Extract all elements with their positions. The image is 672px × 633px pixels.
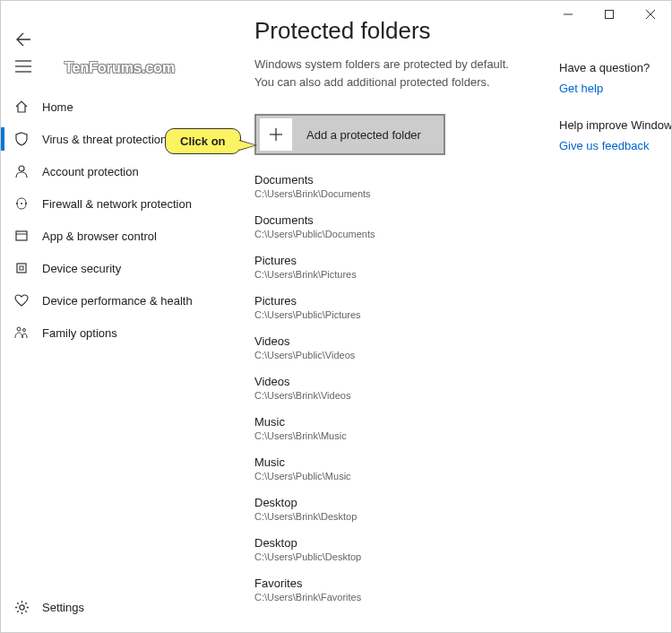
svg-point-9 [21, 203, 22, 204]
menu-button[interactable] [15, 60, 31, 76]
menu-icon [15, 60, 31, 73]
svg-point-7 [19, 166, 24, 171]
question-heading: Have a question? [559, 61, 671, 74]
sidebar-item-device-security[interactable]: Device security [1, 252, 245, 284]
sidebar-item-home[interactable]: Home [1, 91, 245, 123]
improve-heading: Help improve Windows Security [559, 118, 671, 132]
folder-path: C:\Users\Brink\Documents [254, 188, 523, 199]
plus-icon [260, 118, 292, 151]
folder-name: Music [254, 415, 523, 429]
folder-path: C:\Users\Public\Desktop [254, 551, 523, 562]
list-item[interactable]: FavoritesC:\Users\Brink\Favorites [254, 577, 523, 603]
folder-path: C:\Users\Public\Pictures [254, 309, 523, 320]
list-item[interactable]: VideosC:\Users\Public\Videos [254, 334, 523, 360]
folder-name: Videos [254, 334, 523, 348]
sidebar-item-performance[interactable]: Device performance & health [1, 284, 245, 316]
list-item[interactable]: PicturesC:\Users\Public\Pictures [254, 294, 523, 320]
list-item[interactable]: DesktopC:\Users\Brink\Desktop [254, 496, 523, 522]
list-item[interactable]: DesktopC:\Users\Public\Desktop [254, 536, 523, 562]
folder-name: Desktop [254, 496, 523, 509]
folder-path: C:\Users\Brink\Favorites [254, 592, 523, 603]
list-item[interactable]: PicturesC:\Users\Brink\Pictures [254, 254, 523, 280]
folder-name: Documents [254, 213, 523, 227]
sidebar-item-firewall[interactable]: Firewall & network protection [1, 187, 245, 220]
callout-text: Click on [180, 134, 226, 148]
list-item[interactable]: VideosC:\Users\Brink\Videos [254, 375, 523, 401]
sidebar-item-label: Home [42, 100, 73, 114]
folder-name: Videos [254, 375, 523, 388]
folder-name: Pictures [254, 294, 523, 308]
sidebar-item-label: App & browser control [42, 230, 157, 243]
sidebar-item-settings[interactable]: Settings [1, 589, 245, 625]
network-icon [13, 196, 30, 211]
sidebar-item-label: Family options [42, 326, 117, 340]
family-icon [13, 325, 30, 340]
svg-rect-14 [20, 266, 23, 270]
list-item[interactable]: MusicC:\Users\Public\Music [254, 455, 523, 481]
folder-name: Favorites [254, 577, 523, 590]
arrow-left-icon [15, 31, 31, 48]
sidebar-item-label: Device security [42, 262, 121, 275]
add-button-label: Add a protected folder [306, 128, 421, 142]
sidebar-item-app-browser[interactable]: App & browser control [1, 220, 245, 252]
folder-path: C:\Users\Brink\Music [254, 430, 523, 441]
watermark: TenForums.com [65, 60, 175, 76]
page-description: Windows system folders are protected by … [254, 56, 523, 91]
add-protected-folder-button[interactable]: Add a protected folder [254, 114, 445, 155]
svg-rect-11 [16, 231, 27, 240]
svg-point-17 [19, 604, 23, 609]
folder-path: C:\Users\Public\Music [254, 471, 523, 481]
chip-icon [13, 261, 30, 275]
feedback-link[interactable]: Give us feedback [559, 139, 671, 152]
svg-point-16 [23, 329, 26, 332]
sidebar-item-family[interactable]: Family options [1, 316, 245, 349]
sidebar: Home Virus & threat protection Account p… [1, 91, 245, 632]
folder-name: Desktop [254, 536, 523, 550]
main-content: Protected folders Windows system folders… [254, 17, 671, 632]
sidebar-item-account[interactable]: Account protection [1, 155, 245, 187]
svg-rect-13 [17, 264, 26, 273]
page-title: Protected folders [254, 17, 653, 45]
folder-name: Music [254, 455, 523, 469]
home-icon [13, 100, 30, 114]
list-item[interactable]: DocumentsC:\Users\Public\Documents [254, 213, 523, 239]
sidebar-item-label: Virus & threat protection [42, 133, 167, 146]
folder-path: C:\Users\Public\Videos [254, 350, 523, 360]
sidebar-item-label: Settings [42, 601, 84, 614]
heart-icon [13, 293, 30, 308]
app-icon [13, 229, 30, 243]
list-item[interactable]: DocumentsC:\Users\Brink\Documents [254, 173, 523, 199]
sidebar-item-label: Device performance & health [42, 294, 193, 308]
folder-name: Documents [254, 173, 523, 186]
sidebar-item-label: Account protection [42, 165, 139, 178]
folder-path: C:\Users\Public\Documents [254, 229, 523, 239]
folder-list: DocumentsC:\Users\Brink\Documents Docume… [254, 173, 523, 603]
sidebar-item-label: Firewall & network protection [42, 197, 192, 211]
folder-path: C:\Users\Brink\Pictures [254, 269, 523, 280]
list-item[interactable]: MusicC:\Users\Brink\Music [254, 415, 523, 441]
folder-path: C:\Users\Brink\Videos [254, 390, 523, 401]
gear-icon [13, 600, 30, 615]
folder-name: Pictures [254, 254, 523, 267]
shield-icon [13, 132, 30, 146]
svg-point-15 [17, 327, 21, 331]
annotation-callout: Click on [165, 128, 241, 154]
folder-path: C:\Users\Brink\Desktop [254, 511, 523, 522]
back-button[interactable] [15, 31, 31, 51]
account-icon [13, 164, 30, 178]
get-help-link[interactable]: Get help [559, 82, 671, 95]
